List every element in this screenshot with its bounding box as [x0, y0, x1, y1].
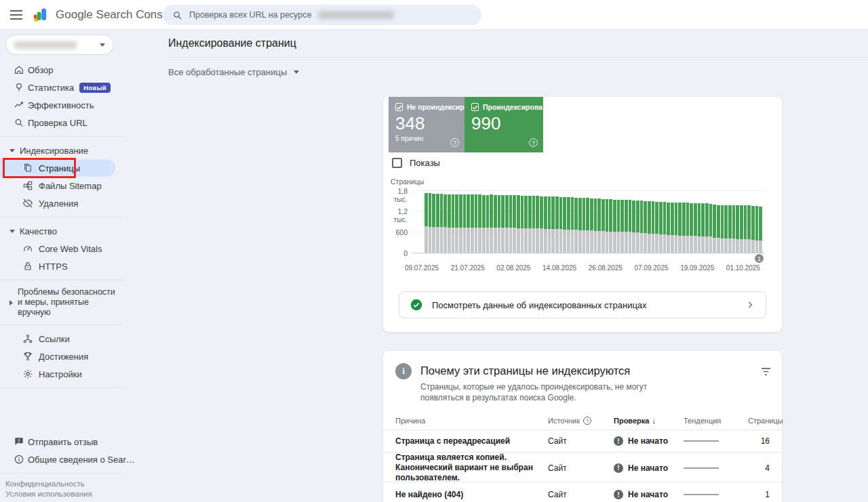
chart-bar[interactable]: [467, 194, 470, 253]
sidebar-item-insights[interactable]: Статистика Новый: [0, 79, 156, 96]
terms-link[interactable]: Условия использования: [5, 490, 92, 498]
chart-bar[interactable]: [544, 196, 547, 253]
chart-bar[interactable]: [559, 197, 563, 253]
chart-bar[interactable]: [475, 194, 478, 253]
chart-bar[interactable]: [644, 201, 647, 253]
sidebar-item-links[interactable]: Ссылки: [0, 330, 156, 348]
chart-bar[interactable]: [667, 203, 670, 253]
chart-bar[interactable]: [755, 206, 759, 253]
sidebar-item-performance[interactable]: Эффективность: [0, 96, 156, 114]
chart-bar[interactable]: [620, 200, 624, 253]
chart-bar[interactable]: [597, 198, 601, 253]
chart-bar[interactable]: [759, 207, 762, 253]
chart-bar[interactable]: [521, 196, 524, 253]
sidebar-item-removals[interactable]: Удаления: [0, 194, 156, 212]
chart-bar[interactable]: [471, 194, 474, 253]
chart-bar[interactable]: [721, 205, 724, 253]
chart-bar[interactable]: [571, 197, 574, 253]
chart-bar[interactable]: [694, 203, 697, 253]
chart-bar[interactable]: [567, 197, 570, 253]
chart-bar[interactable]: [540, 196, 543, 253]
col-reason[interactable]: Причина: [395, 417, 548, 425]
chart-bar[interactable]: [678, 203, 682, 253]
chart-bar[interactable]: [625, 200, 628, 253]
chart-bar[interactable]: [551, 196, 555, 253]
chart-bar[interactable]: [578, 198, 582, 253]
chart-bar[interactable]: [736, 205, 739, 253]
help-icon[interactable]: ?: [583, 417, 591, 425]
sidebar-item-overview[interactable]: Обзор: [0, 61, 156, 79]
chart-bar[interactable]: [751, 206, 755, 253]
chart-bar[interactable]: [532, 196, 536, 253]
col-pages[interactable]: Страницы: [748, 417, 783, 425]
chart-bar[interactable]: [659, 202, 663, 253]
chart-bar[interactable]: [705, 203, 709, 253]
chart-bar[interactable]: [728, 205, 732, 253]
chart-bar[interactable]: [455, 194, 458, 253]
sidebar-item-achievements[interactable]: Достижения: [0, 348, 156, 365]
chart-bar[interactable]: [586, 198, 589, 253]
chart-bar[interactable]: [655, 202, 658, 253]
chart-bar[interactable]: [528, 196, 532, 253]
chart-bar[interactable]: [443, 194, 447, 253]
chart-bar[interactable]: [574, 198, 578, 253]
col-trend[interactable]: Тенденция: [684, 417, 748, 425]
chart-bar[interactable]: [613, 200, 616, 253]
chart-bar[interactable]: [425, 193, 428, 253]
sidebar-item-pages[interactable]: Страницы: [0, 159, 115, 177]
chart-bar[interactable]: [652, 201, 655, 253]
chart-bar[interactable]: [536, 196, 539, 253]
chart-bar[interactable]: [747, 205, 751, 253]
chart-bar[interactable]: [448, 194, 451, 253]
chart-bar[interactable]: [440, 194, 443, 253]
help-icon[interactable]: ?: [450, 138, 459, 147]
sidebar-section-experience[interactable]: Качество: [0, 222, 156, 240]
help-icon[interactable]: ?: [529, 138, 538, 147]
chart-bar[interactable]: [494, 195, 497, 253]
chart-bar[interactable]: [463, 194, 467, 253]
chart-bar[interactable]: [513, 195, 516, 253]
chart-bar[interactable]: [478, 194, 481, 253]
chart-bar[interactable]: [601, 199, 605, 253]
chart-bar[interactable]: [590, 198, 593, 253]
chart-bar[interactable]: [548, 196, 551, 253]
chart-bar[interactable]: [713, 205, 716, 253]
chart-bar[interactable]: [671, 203, 674, 253]
chart-bar[interactable]: [617, 200, 620, 253]
chart-bar[interactable]: [609, 199, 612, 253]
chart-bar[interactable]: [740, 205, 743, 253]
sidebar-section-indexing[interactable]: Индексирование: [0, 142, 156, 159]
chart-bar[interactable]: [640, 201, 644, 253]
chart-bar[interactable]: [648, 201, 651, 253]
menu-icon[interactable]: [9, 8, 23, 22]
chart-bar[interactable]: [594, 198, 597, 253]
chart-bar[interactable]: [732, 205, 736, 253]
table-row[interactable]: Страница является копией. Канонический в…: [383, 452, 782, 482]
privacy-link[interactable]: Конфиденциальность: [5, 480, 85, 488]
url-inspection-search[interactable]: Проверка всех URL на ресурсе: [163, 5, 481, 25]
col-validation-sorted[interactable]: Проверка ↓: [614, 417, 684, 425]
checkbox-checked-icon[interactable]: [395, 103, 403, 111]
send-feedback-item[interactable]: Отправить отзыв: [0, 433, 156, 451]
chart-bar[interactable]: [724, 205, 728, 253]
chart-bar[interactable]: [663, 202, 667, 253]
chip-indexed[interactable]: Проиндексирова… 990 ?: [465, 97, 543, 152]
chart-bar[interactable]: [429, 193, 432, 253]
sidebar-item-settings[interactable]: Настройки: [0, 365, 156, 383]
chart-bar[interactable]: [583, 198, 586, 253]
chart-bar[interactable]: [682, 203, 686, 253]
checkbox-unchecked-icon[interactable]: [392, 158, 402, 168]
chart-bar[interactable]: [563, 197, 566, 253]
chart-bar[interactable]: [490, 194, 493, 253]
chart-bar[interactable]: [501, 195, 505, 253]
sidebar-item-url-inspection[interactable]: Проверка URL: [0, 114, 156, 131]
view-indexed-pages-link[interactable]: Посмотреть данные об индексированных стр…: [399, 291, 766, 318]
chart-bar[interactable]: [482, 195, 486, 253]
chart-bar[interactable]: [606, 199, 609, 253]
chart-bar[interactable]: [686, 203, 690, 253]
chart-bar[interactable]: [498, 195, 501, 253]
chart-annotation-marker[interactable]: 1: [755, 254, 764, 263]
chart-bar[interactable]: [629, 200, 632, 253]
chart-bar[interactable]: [632, 201, 635, 253]
chart-bar[interactable]: [452, 194, 455, 253]
